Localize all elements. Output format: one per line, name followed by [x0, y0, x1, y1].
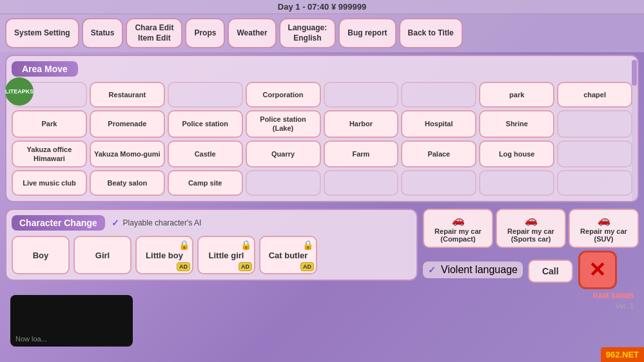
- char-btn-little-girl[interactable]: Little girl🔒AD: [197, 236, 255, 274]
- car-icon: 🚗: [502, 214, 560, 226]
- area-btn-r1-c1[interactable]: Promenade: [90, 110, 165, 138]
- area-btn-r2-c0[interactable]: Yakuza office Himawari: [12, 140, 87, 168]
- violent-checkmark: ✓: [428, 265, 436, 275]
- ram-info: RAM 346MB: [423, 292, 639, 300]
- close-button[interactable]: ✕: [578, 251, 617, 289]
- area-btn-r2-c5[interactable]: Palace: [401, 140, 476, 168]
- ad-badge: AD: [300, 262, 314, 271]
- toolbar-btn-chara-edit[interactable]: Chara Edit Item Edit: [126, 18, 182, 48]
- char-grid: BoyGirlLittle boy🔒ADLittle girl🔒ADCat bu…: [12, 236, 411, 274]
- area-btn-r2-c7: [557, 140, 632, 168]
- area-btn-r2-c6[interactable]: Log house: [479, 140, 554, 168]
- repair-btn-repair-sports[interactable]: 🚗Repair my car (Sports car): [496, 209, 566, 248]
- main-content: Area Move RestaurantCorporationparkchape…: [0, 52, 644, 209]
- char-btn-cat-butler[interactable]: Cat butler🔒AD: [259, 236, 317, 274]
- toolbar-btn-bug-report[interactable]: Bug report: [338, 18, 396, 48]
- area-btn-r2-c2[interactable]: Castle: [168, 140, 243, 168]
- area-btn-r3-c7: [557, 170, 632, 196]
- lock-icon: 🔒: [240, 240, 251, 250]
- area-btn-r0-c3[interactable]: Corporation: [246, 82, 321, 108]
- char-change-title: Character Change: [12, 215, 105, 231]
- repair-btn-repair-compact[interactable]: 🚗Repair my car (Compact): [423, 209, 493, 248]
- badge-962: 962.NET: [601, 347, 644, 362]
- toolbar-btn-status[interactable]: Status: [82, 18, 124, 48]
- car-icon: 🚗: [429, 214, 487, 226]
- status-bar: Day 1 - 07:40 ¥ 999999: [0, 0, 644, 14]
- character-change-panel: Character Change ✓ Playable character's …: [5, 209, 418, 281]
- liteapks-badge: LITEAPKS: [5, 77, 34, 106]
- area-btn-r3-c6: [479, 170, 554, 196]
- area-btn-r2-c1[interactable]: Yakuza Momo-gumi: [90, 140, 165, 168]
- toolbar-btn-back-to-title[interactable]: Back to Title: [399, 18, 463, 48]
- area-btn-r1-c2[interactable]: Police station: [168, 110, 243, 138]
- area-move-title: Area Move: [12, 61, 78, 77]
- area-grid: RestaurantCorporationparkchapelParkProme…: [12, 82, 632, 196]
- area-btn-r3-c5: [401, 170, 476, 196]
- area-btn-r2-c4[interactable]: Farm: [324, 140, 399, 168]
- area-btn-r1-c0[interactable]: Park: [12, 110, 87, 138]
- area-btn-r1-c3[interactable]: Police station (Lake): [246, 110, 321, 138]
- violent-language-row: ✓ Violent language: [423, 262, 523, 278]
- toolbar-btn-language[interactable]: Language: English: [279, 18, 337, 48]
- area-scrollbar[interactable]: [632, 60, 637, 201]
- violent-language-label: Violent language: [441, 264, 518, 276]
- char-panel-header: Character Change ✓ Playable character's …: [12, 215, 411, 231]
- ad-badge: AD: [239, 262, 252, 271]
- area-btn-r3-c3: [246, 170, 321, 196]
- area-btn-r1-c4[interactable]: Harbor: [324, 110, 399, 138]
- toolbar-btn-props[interactable]: Props: [185, 18, 225, 48]
- area-btn-r3-c2[interactable]: Camp site: [168, 170, 243, 196]
- lock-icon: 🔒: [179, 240, 190, 250]
- area-btn-r0-c4: [324, 82, 399, 108]
- toolbar-btn-system-setting[interactable]: System Setting: [5, 18, 79, 48]
- ai-label: Playable character's AI: [123, 218, 202, 227]
- area-btn-r0-c5: [401, 82, 476, 108]
- close-x-icon: ✕: [589, 258, 606, 282]
- scrollbar-thumb[interactable]: [632, 60, 637, 86]
- call-button[interactable]: Call: [528, 260, 573, 283]
- toolbar-btn-weather[interactable]: Weather: [228, 18, 276, 48]
- char-btn-little-boy[interactable]: Little boy🔒AD: [135, 236, 193, 274]
- toolbar: System SettingStatusChara Edit Item Edit…: [0, 14, 644, 52]
- char-btn-boy[interactable]: Boy: [12, 236, 70, 274]
- checkmark-icon: ✓: [112, 218, 119, 228]
- repair-row: 🚗Repair my car (Compact)🚗Repair my car (…: [423, 209, 639, 248]
- car-icon: 🚗: [575, 214, 632, 226]
- version-info: Ver. 1: [423, 302, 639, 310]
- char-btn-girl[interactable]: Girl: [73, 236, 132, 274]
- area-btn-r0-c6[interactable]: park: [479, 82, 554, 108]
- area-btn-r0-c7[interactable]: chapel: [557, 82, 632, 108]
- repair-btn-repair-suv[interactable]: 🚗Repair my car (SUV): [569, 209, 639, 248]
- ad-badge: AD: [177, 262, 190, 271]
- area-btn-r3-c1[interactable]: Beaty salon: [90, 170, 165, 196]
- now-loading-text: Now loa...: [15, 335, 47, 343]
- area-btn-r0-c1[interactable]: Restaurant: [90, 82, 165, 108]
- lock-icon: 🔒: [302, 240, 313, 250]
- right-controls: 🚗Repair my car (Compact)🚗Repair my car (…: [423, 209, 639, 310]
- status-bar-text: Day 1 - 07:40 ¥ 999999: [278, 2, 366, 12]
- area-btn-r1-c7: [557, 110, 632, 138]
- area-btn-r0-c2: [168, 82, 243, 108]
- ai-checkbox-area[interactable]: ✓ Playable character's AI: [112, 218, 202, 228]
- area-btn-r3-c0[interactable]: Live music club: [12, 170, 87, 196]
- area-btn-r2-c3[interactable]: Quarry: [246, 140, 321, 168]
- area-btn-r1-c5[interactable]: Hospital: [401, 110, 476, 138]
- preview-area: Now loa...: [10, 295, 133, 347]
- area-btn-r1-c6[interactable]: Shrine: [479, 110, 554, 138]
- area-move-panel: Area Move RestaurantCorporationparkchape…: [5, 55, 639, 202]
- area-btn-r3-c4: [324, 170, 399, 196]
